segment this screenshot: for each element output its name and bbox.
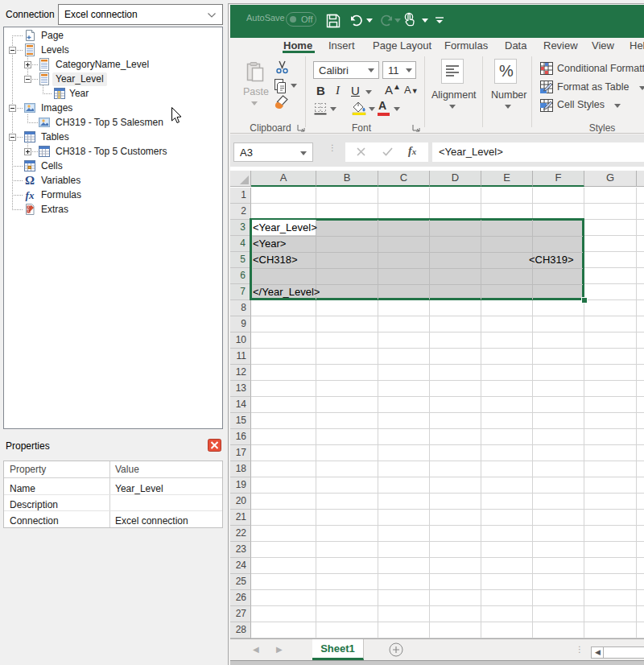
- svg-text:Ω: Ω: [25, 174, 35, 187]
- svg-text:fx: fx: [26, 189, 35, 201]
